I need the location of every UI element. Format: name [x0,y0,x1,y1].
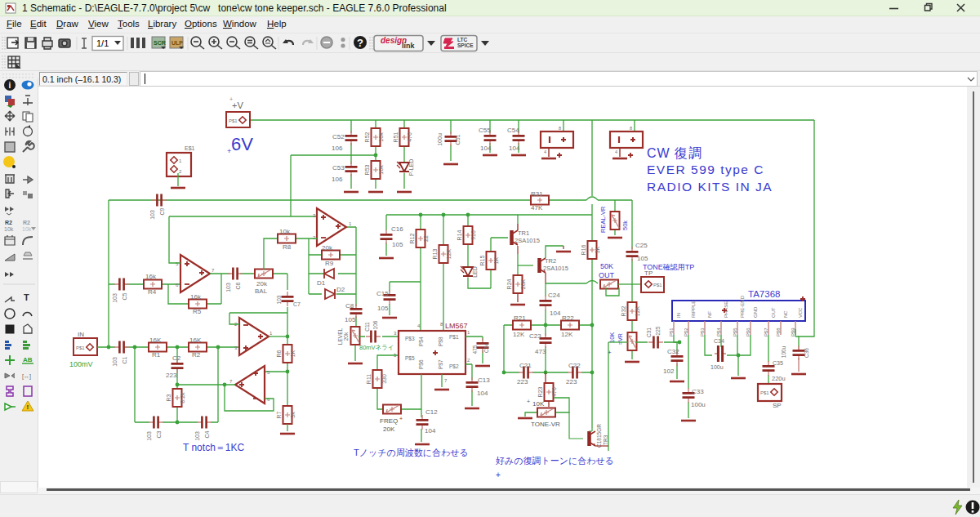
svg-text:RADIO KITS IN JA: RADIO KITS IN JA [647,180,773,194]
svg-text:P$1: P$1 [653,283,662,287]
svg-text:C9: C9 [159,207,165,215]
svg-text:C2: C2 [172,354,181,362]
svg-text:10k: 10k [279,228,291,235]
svg-text:R2: R2 [192,351,201,359]
svg-text:6V: 6V [231,134,253,154]
svg-text:3: 3 [394,331,397,336]
svg-text:103: 103 [194,431,200,441]
svg-text:R21: R21 [514,314,526,322]
svg-text:C51: C51 [455,134,461,145]
svg-text:50k: 50k [621,221,629,230]
svg-text:LED: LED [472,266,478,278]
svg-text:C16: C16 [391,225,403,233]
svg-text:106: 106 [372,320,378,329]
svg-text:C31: C31 [646,328,652,337]
svg-text:P$1: P$1 [669,328,674,336]
svg-text:C53: C53 [332,164,345,172]
svg-text:P$8: P$8 [438,336,443,346]
svg-text:105: 105 [637,255,648,262]
svg-text:3K: 3K [595,246,600,253]
svg-text:C33: C33 [692,388,704,395]
svg-text:6: 6 [176,283,179,287]
svg-text:AB: AB [23,356,33,363]
svg-text:C21: C21 [519,362,532,369]
svg-text:+: + [496,470,501,479]
svg-text:=VR: =VR [617,333,623,345]
svg-text:OUT: OUT [771,307,776,318]
svg-text:R15: R15 [479,255,485,265]
svg-text:R23: R23 [537,386,543,397]
svg-text:R5: R5 [193,308,202,315]
svg-text:FREQ: FREQ [380,417,398,425]
svg-text:好みの復調トーンに合わせる: 好みの復調トーンに合わせる [495,456,614,466]
svg-text:E$1: E$1 [185,145,195,151]
svg-text:P$1: P$1 [76,345,85,350]
svg-text:P$7: P$7 [764,328,768,336]
svg-text:330: 330 [381,374,387,384]
svg-text:C22: C22 [568,362,581,369]
svg-text:C13: C13 [478,377,490,384]
svg-text:T notch＝1KC: T notch＝1KC [183,442,244,453]
svg-text:12K: 12K [446,248,452,259]
svg-text:?: ? [357,37,363,49]
svg-text:R7: R7 [276,411,282,418]
svg-text:R1: R1 [152,351,161,359]
svg-text:P$5: P$5 [733,328,737,336]
svg-text:103: 103 [146,431,152,441]
svg-text:105: 105 [392,241,403,248]
svg-text:C6: C6 [235,282,241,289]
svg-text:R13: R13 [432,248,438,259]
svg-text:C36: C36 [804,348,809,358]
svg-text:C15: C15 [376,290,389,297]
svg-text:R24: R24 [506,279,512,289]
svg-text:22: 22 [423,235,429,242]
svg-text:10K: 10K [608,332,616,343]
svg-text:GND: GND [753,306,758,318]
svg-text:R14: R14 [457,230,462,240]
svg-text:100u: 100u [437,133,443,146]
svg-text:C25: C25 [635,242,648,249]
svg-text:T: T [24,292,29,302]
svg-text:3k: 3k [290,412,296,418]
svg-text:LM567: LM567 [445,322,468,330]
svg-text:IN: IN [676,313,681,318]
svg-text:10k: 10k [378,132,384,142]
svg-text:1: 1 [349,221,352,226]
svg-text:104: 104 [425,427,436,435]
svg-text:R12: R12 [409,233,415,243]
svg-text:P$9: P$9 [791,328,795,336]
svg-text:7: 7 [212,268,215,273]
svg-text:C34: C34 [714,338,724,344]
svg-text:220u: 220u [772,375,786,382]
svg-text:1K: 1K [493,256,499,264]
svg-text:+: + [229,96,233,102]
svg-text:TR2: TR2 [545,257,556,265]
svg-text:R4: R4 [148,288,157,296]
svg-text:R3: R3 [166,394,172,401]
svg-text:R11: R11 [366,374,372,384]
svg-text:R6: R6 [276,350,282,357]
svg-text:6: 6 [267,397,270,402]
svg-text:3: 3 [234,345,238,350]
svg-text:R32: R32 [621,305,626,316]
svg-text:C35: C35 [773,360,783,366]
svg-text:SP: SP [773,402,782,409]
svg-text:80mVネライ: 80mVネライ [359,344,394,351]
svg-text:P$2: P$2 [684,328,688,336]
svg-text:2: 2 [313,235,316,240]
svg-text:TONE確認用TP: TONE確認用TP [643,263,694,271]
svg-text:OUT: OUT [599,271,615,279]
svg-text:D1: D1 [317,279,326,287]
svg-text:7: 7 [229,379,233,384]
svg-text:8.2k: 8.2k [180,392,185,403]
svg-text:+V: +V [232,100,243,110]
svg-text:1: 1 [270,331,273,336]
svg-text:C52: C52 [332,133,345,140]
svg-text:TR1: TR1 [518,230,529,237]
svg-text:P$3: P$3 [405,336,415,341]
svg-text:2: 2 [179,169,182,174]
svg-text:12K: 12K [561,331,573,338]
svg-text:2SA1015: 2SA1015 [543,265,568,272]
svg-text:104: 104 [477,390,488,397]
svg-text:R31: R31 [531,190,543,198]
